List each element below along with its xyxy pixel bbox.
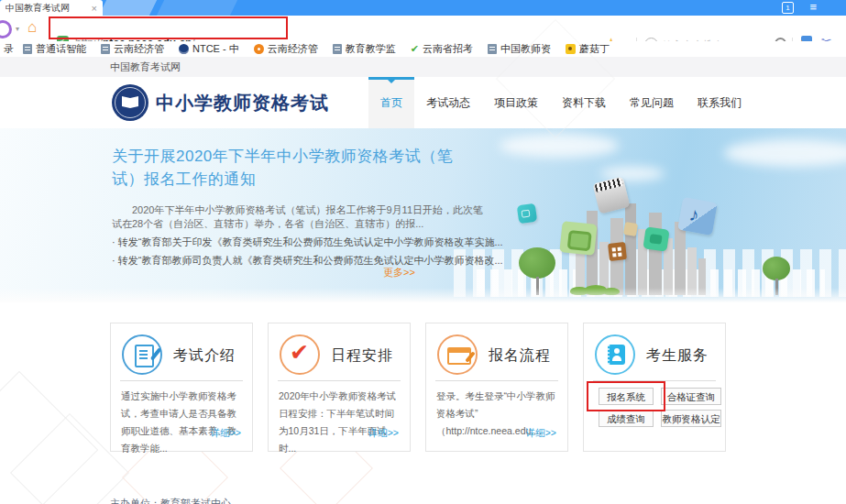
document-pencil-icon <box>135 345 154 367</box>
nav-item-exam-news[interactable]: 考试动态 <box>414 77 482 128</box>
annotation-redbox-signup <box>587 381 665 411</box>
building <box>649 213 662 295</box>
doc-icon <box>101 44 110 54</box>
card-title: 日程安排 <box>331 346 393 366</box>
browser-pencil-icon <box>447 347 471 365</box>
teacher-certification-button[interactable]: 教师资格认定 <box>661 410 721 427</box>
nav-item-home[interactable]: 首页 <box>368 77 414 128</box>
doc-icon <box>333 44 342 54</box>
bookmark-item[interactable]: NTCE - 中 <box>179 42 239 56</box>
notice-summary: 2020年下半年中小学教师资格考试（笔试）报名工作将于9月11日开始，此次笔试在… <box>112 203 497 231</box>
card-signup-flow: 报名流程 登录。考生登录“中小学教师资格考试”（http://ntce.neea… <box>425 323 568 452</box>
bookmark-item[interactable]: 云南经济管 <box>101 42 164 56</box>
banner-fade <box>0 288 846 302</box>
divider <box>120 380 243 381</box>
tree-icon <box>763 257 790 280</box>
detail-link[interactable]: 详细>> <box>211 427 241 440</box>
divider <box>278 380 401 381</box>
doc-icon <box>23 44 32 54</box>
bookmark-item[interactable]: 录 <box>0 42 14 56</box>
cube-inner <box>649 234 662 245</box>
piano-keys <box>595 178 623 192</box>
cube-music: ♪ <box>677 197 718 236</box>
cloud <box>724 139 846 167</box>
doc-icon <box>488 44 497 54</box>
bookmark-item[interactable]: 普通话智能 <box>23 42 86 56</box>
card-body: 通过实施中小学教师资格考试，考查申请人是否具备教师职业道德、基本素养、教育教学能… <box>121 388 243 457</box>
tab-count-badge[interactable]: 1 <box>782 2 794 14</box>
detail-link[interactable]: 详细>> <box>368 427 399 440</box>
nav-item-contact[interactable]: 联系我们 <box>686 77 753 128</box>
banner-notice: 关于开展2020年下半年中小学教师资格考试（笔试）报名工作的通知 2020年下半… <box>112 145 497 267</box>
tree-icon <box>519 247 555 279</box>
site-title: 中小学教师资格考试 <box>156 91 329 115</box>
new-tab-deco[interactable] <box>99 0 157 16</box>
detail-link[interactable]: 详细>> <box>526 427 556 440</box>
notice-link-1[interactable]: · 转发“教育部关于印发《教育类研究生和公费师范生免试认定中小学教师资格改革实施… <box>112 236 497 249</box>
card-title: 考试介绍 <box>173 346 236 366</box>
browser-logo-icon[interactable] <box>0 20 12 38</box>
bookmark-item[interactable]: 云南经济管 <box>254 42 318 56</box>
clock-icon <box>254 44 264 54</box>
cube-green <box>559 221 597 256</box>
schedule-icon: ✔ <box>280 334 320 375</box>
browser-tab[interactable]: 中国教育考试网 × <box>0 0 103 16</box>
footer-host-label: 主办单位：教育部考试中心 <box>110 497 231 504</box>
building <box>625 203 636 295</box>
bookmark-item[interactable]: 教育教学监 <box>333 42 396 56</box>
cube-tan <box>623 222 638 236</box>
globe-icon <box>179 44 189 54</box>
music-note-icon: ♪ <box>687 203 701 226</box>
nav-item-faq[interactable]: 常见问题 <box>618 77 686 128</box>
browser-window: 中国教育考试网 × 1 ≡ ▾ ⌂ http://ntce.neea.edu.c… <box>0 0 846 504</box>
card-exam-intro: 考试介绍 通过实施中小学教师资格考试，考查申请人是否具备教师职业道德、基本素养、… <box>110 323 253 452</box>
card-body: 2020年中小学教师资格考试日程安排：下半年笔试时间为10月31日，下半年面试时… <box>279 388 401 457</box>
more-link[interactable]: 更多>> <box>383 266 415 279</box>
annotation-redbox-addressbar <box>49 16 288 39</box>
tab-bar <box>0 0 846 16</box>
home-icon[interactable]: ⌂ <box>27 18 37 37</box>
site-top-strip: 中国教育考试网 <box>0 57 846 78</box>
tab-bar-deco <box>157 0 237 16</box>
divider <box>435 380 558 381</box>
check-icon: ✔ <box>411 43 419 55</box>
exam-intro-icon <box>122 334 162 375</box>
candidate-service-icon <box>595 334 635 375</box>
notebook-person-icon <box>608 345 625 365</box>
cube-teal-green <box>643 226 669 251</box>
menu-icon[interactable]: ≡ <box>809 0 817 15</box>
building <box>675 222 686 295</box>
ntce-logo[interactable] <box>112 84 148 121</box>
cube-green-screen <box>567 230 592 251</box>
bookmark-item[interactable]: ✔云南省招考 <box>411 42 473 56</box>
score-query-button[interactable]: 成绩查询 <box>599 410 654 427</box>
book-icon <box>121 97 139 109</box>
certificate-query-button[interactable]: 合格证查询 <box>661 388 721 405</box>
notice-link-2[interactable]: · 转发“教育部教师司负责人就《教育类研究生和公费师范生免试认定中小学教师资格改… <box>112 255 497 268</box>
site-top-strip-label: 中国教育考试网 <box>110 57 181 77</box>
site-header: 中小学教师资格考试 首页 考试动态 项目政策 资料下载 常见问题 联系我们 <box>0 77 846 128</box>
signup-flow-icon <box>437 334 478 375</box>
cube-teal <box>517 203 538 225</box>
card-title: 考生服务 <box>646 346 709 366</box>
checkmark-icon: ✔ <box>290 339 309 366</box>
card-schedule: ✔ 日程安排 2020年中小学教师资格考试日程安排：下半年笔试时间为10月31日… <box>268 323 411 452</box>
tab-close-icon[interactable]: × <box>92 3 97 14</box>
cube-brown <box>608 242 627 261</box>
cloud <box>500 134 619 158</box>
tab-title: 中国教育考试网 <box>5 2 88 15</box>
bookmarks-bar: 录 普通话智能 云南经济管 NTCE - 中 云南经济管 教育教学监 ✔云南省招… <box>0 41 846 58</box>
notice-title[interactable]: 关于开展2020年下半年中小学教师资格考试（笔试）报名工作的通知 <box>112 145 497 191</box>
chevron-down-icon[interactable]: ▾ <box>16 25 19 33</box>
hero-banner: ♪ 关于开展2020年下半年中小学教师资格考试（笔试）报名工作的通知 2020年… <box>0 128 846 302</box>
card-title: 报名流程 <box>489 346 551 366</box>
